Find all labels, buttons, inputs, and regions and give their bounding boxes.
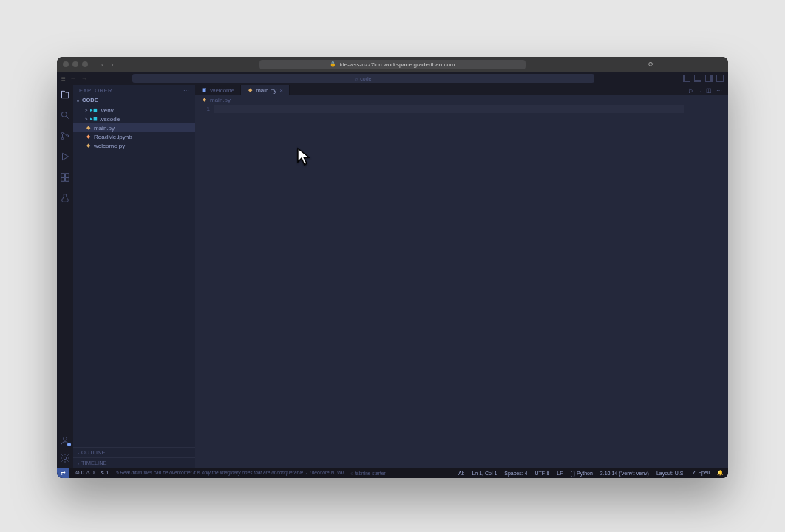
editor-group: ▣ Welcome ◆ main.py × ▷ ⌄ ◫ ⋯ bbox=[195, 85, 728, 468]
file-label: welcome.py bbox=[94, 143, 125, 149]
tab-label: Welcome bbox=[210, 87, 234, 94]
encoding-status[interactable]: UTF-8 bbox=[534, 471, 549, 476]
tree-item-welcome-py[interactable]: ◆ welcome.py bbox=[73, 141, 195, 150]
split-editor-icon[interactable]: ◫ bbox=[706, 87, 712, 94]
svg-point-8 bbox=[64, 437, 67, 440]
folder-icon: ▸◼ bbox=[91, 107, 97, 113]
run-debug-icon[interactable] bbox=[60, 151, 70, 162]
svg-point-3 bbox=[67, 135, 68, 137]
close-window-icon[interactable] bbox=[63, 61, 69, 67]
language-status[interactable]: { } Python bbox=[570, 471, 592, 476]
current-line-highlight bbox=[214, 105, 684, 113]
browser-window: ‹ › 🔒 ide-wss-nzz7ldn.workspace.graderth… bbox=[57, 57, 728, 478]
welcome-tab-icon: ▣ bbox=[201, 87, 207, 93]
search-activity-icon[interactable] bbox=[60, 110, 70, 120]
timeline-section[interactable]: › TIMELINE bbox=[73, 457, 195, 468]
search-icon: ⌕ bbox=[355, 76, 358, 81]
minimize-window-icon[interactable] bbox=[72, 61, 78, 67]
tab-welcome[interactable]: ▣ Welcome bbox=[195, 85, 241, 95]
explorer-more-icon[interactable]: ⋯ bbox=[183, 87, 190, 94]
run-dropdown-icon[interactable]: ⌄ bbox=[698, 88, 701, 93]
editor-tabs: ▣ Welcome ◆ main.py × ▷ ⌄ ◫ ⋯ bbox=[195, 85, 728, 95]
tab-main-py[interactable]: ◆ main.py × bbox=[241, 85, 290, 95]
url-bar[interactable]: 🔒 ide-wss-nzz7ldn.workspace.graderthan.c… bbox=[259, 60, 526, 69]
layout-status[interactable]: Layout: U.S. bbox=[656, 471, 685, 476]
toggle-secondary-sidebar-icon[interactable] bbox=[705, 75, 713, 82]
python-file-icon: ◆ bbox=[201, 97, 207, 103]
tree-item-vscode[interactable]: > ▸◼ .vscode bbox=[73, 115, 195, 123]
account-badge-icon bbox=[67, 443, 71, 446]
line-number: 1 bbox=[195, 106, 210, 112]
run-file-icon[interactable]: ▷ bbox=[689, 87, 693, 94]
customize-layout-icon[interactable] bbox=[716, 75, 724, 82]
timeline-label: TIMELINE bbox=[81, 460, 107, 466]
python-file-icon: ◆ bbox=[247, 87, 253, 93]
source-control-icon[interactable] bbox=[60, 131, 70, 141]
breadcrumb-file: main.py bbox=[210, 97, 231, 103]
tree-item-readme[interactable]: ◆ ReadMe.ipynb bbox=[73, 132, 195, 141]
ai-status[interactable]: AI: bbox=[458, 471, 465, 476]
traffic-lights[interactable] bbox=[63, 61, 88, 67]
chevron-right-icon: › bbox=[78, 451, 79, 455]
file-label: ReadMe.ipynb bbox=[94, 134, 132, 140]
extensions-icon[interactable] bbox=[60, 172, 70, 183]
settings-gear-icon[interactable] bbox=[60, 453, 70, 463]
outline-section[interactable]: › OUTLINE bbox=[73, 447, 195, 457]
command-center-bar: ≡ ← → ⌕ code bbox=[57, 72, 728, 85]
breadcrumb[interactable]: ◆ main.py bbox=[195, 95, 728, 104]
svg-point-0 bbox=[61, 112, 67, 117]
code-area[interactable] bbox=[214, 104, 728, 468]
toggle-panel-icon[interactable] bbox=[694, 75, 701, 82]
svg-point-1 bbox=[61, 132, 63, 134]
chevron-right-icon: > bbox=[85, 108, 88, 112]
lock-icon: 🔒 bbox=[330, 61, 336, 67]
nav-back-icon[interactable]: ← bbox=[70, 75, 77, 82]
ports-status[interactable]: ↯ 1 bbox=[101, 470, 109, 476]
spell-status[interactable]: ✓ Spell bbox=[692, 470, 710, 476]
svg-rect-4 bbox=[61, 174, 65, 177]
accounts-icon[interactable] bbox=[60, 435, 70, 446]
text-editor[interactable]: 1 bbox=[195, 104, 728, 468]
eol-status[interactable]: LF bbox=[557, 471, 563, 476]
chevron-right-icon: > bbox=[85, 117, 88, 121]
root-folder-name: CODE bbox=[82, 97, 98, 103]
nav-forward-icon[interactable]: → bbox=[81, 75, 88, 82]
tree-item-main-py[interactable]: ◆ main.py bbox=[73, 123, 195, 132]
cursor-position[interactable]: Ln 1, Col 1 bbox=[472, 471, 497, 476]
file-label: .venv bbox=[100, 107, 114, 114]
more-actions-icon[interactable]: ⋯ bbox=[716, 87, 722, 94]
browser-titlebar: ‹ › 🔒 ide-wss-nzz7ldn.workspace.graderth… bbox=[57, 57, 728, 72]
tab-label: main.py bbox=[256, 87, 276, 94]
explorer-title: EXPLORER bbox=[79, 87, 112, 94]
indent-status[interactable]: Spaces: 4 bbox=[504, 471, 527, 476]
status-bar: ⇄ ⊘ 0 ⚠ 0 ↯ 1 ✎ Real difficulties can be… bbox=[57, 468, 728, 478]
menu-icon[interactable]: ≡ bbox=[61, 75, 66, 83]
tabnine-status[interactable]: ○ tabnine starter bbox=[350, 471, 385, 476]
folder-root[interactable]: ⌄ CODE bbox=[73, 95, 195, 105]
remote-indicator[interactable]: ⇄ bbox=[57, 468, 69, 478]
python-file-icon: ◆ bbox=[85, 125, 91, 131]
activity-bar bbox=[57, 85, 73, 468]
svg-rect-5 bbox=[66, 174, 69, 177]
notifications-icon[interactable]: 🔔 bbox=[717, 470, 724, 476]
test-icon[interactable] bbox=[60, 193, 70, 203]
vscode-app: ≡ ← → ⌕ code bbox=[57, 72, 728, 478]
close-tab-icon[interactable]: × bbox=[279, 87, 283, 94]
svg-rect-6 bbox=[61, 178, 65, 182]
explorer-icon[interactable] bbox=[60, 89, 70, 100]
reload-icon[interactable]: ⟳ bbox=[648, 61, 654, 68]
folder-icon: ▸◼ bbox=[91, 116, 97, 122]
toggle-primary-sidebar-icon[interactable] bbox=[683, 75, 690, 82]
file-tree: > ▸◼ .venv > ▸◼ .vscode ◆ main.py ◆ bbox=[73, 105, 195, 447]
back-arrow-icon[interactable]: ‹ bbox=[101, 61, 103, 69]
svg-rect-7 bbox=[66, 178, 69, 182]
forward-arrow-icon[interactable]: › bbox=[111, 61, 113, 69]
problems-status[interactable]: ⊘ 0 ⚠ 0 bbox=[75, 470, 95, 476]
interpreter-status[interactable]: 3.10.14 ('venv': venv) bbox=[600, 471, 649, 476]
file-label: .vscode bbox=[100, 116, 120, 123]
command-center-search[interactable]: ⌕ code bbox=[132, 74, 594, 83]
zoom-window-icon[interactable] bbox=[82, 61, 88, 67]
tree-item-venv[interactable]: > ▸◼ .venv bbox=[73, 106, 195, 115]
svg-point-2 bbox=[61, 137, 63, 139]
file-label: main.py bbox=[94, 125, 115, 132]
